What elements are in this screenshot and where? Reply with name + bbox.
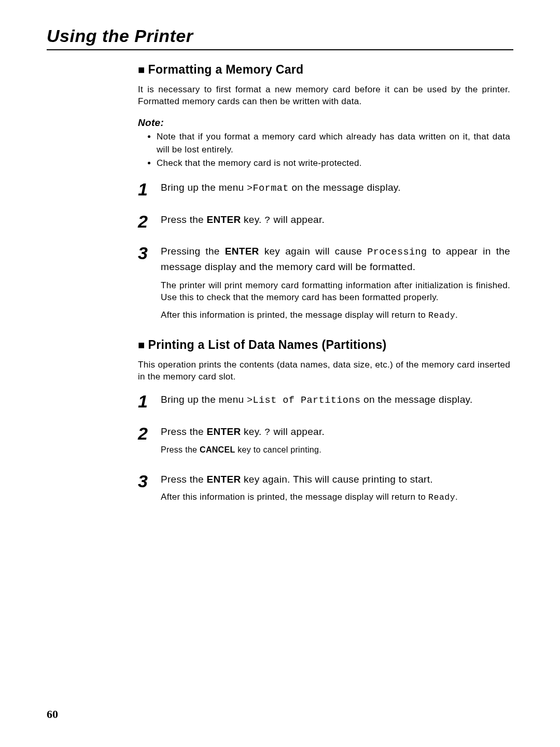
note-item: Check that the memory card is not write-… [157, 157, 510, 170]
step-row: 3 Pressing the ENTER key again will caus… [138, 244, 510, 327]
step-text: Press the ENTER key. ? will appear. [161, 425, 510, 440]
step-row: 1 Bring up the menu >Format on the messa… [138, 180, 510, 201]
step-subtext: After this information is printed, the m… [161, 309, 510, 321]
key-name: ENTER [207, 474, 241, 485]
step-subtext: After this information is printed, the m… [161, 491, 510, 503]
section-heading-text: Formatting a Memory Card [148, 63, 304, 76]
step-subtext: Press the CANCEL key to cancel printing. [161, 444, 510, 456]
step-subtext: The printer will print memory card forma… [161, 279, 510, 304]
menu-code: >List of Partitions [247, 395, 361, 406]
step-row: 1 Bring up the menu >List of Partitions … [138, 392, 510, 413]
display-code: Ready [428, 311, 455, 320]
display-code: Ready [428, 492, 455, 502]
section1-intro: It is necessary to first format a new me… [138, 84, 510, 108]
step-number: 3 [138, 244, 161, 327]
step-number: 2 [138, 213, 161, 233]
page-number: 60 [47, 708, 58, 721]
step-row: 2 Press the ENTER key. ? will appear. Pr… [138, 425, 510, 461]
step-row: 2 Press the ENTER key. ? will appear. [138, 213, 510, 233]
step-text: Bring up the menu >List of Partitions on… [161, 392, 510, 408]
key-name: ENTER [207, 426, 241, 437]
note-label: Note: [138, 117, 510, 129]
step-number: 2 [138, 425, 161, 461]
step-number: 3 [138, 472, 161, 509]
note-item: Note that if you format a memory card wh… [157, 131, 510, 156]
key-name: ENTER [225, 246, 259, 257]
square-bullet-icon: ■ [138, 339, 145, 351]
section2-intro: This operation prints the contents (data… [138, 359, 510, 383]
chapter-divider [47, 49, 513, 50]
step-text: Press the ENTER key. ? will appear. [161, 213, 510, 228]
menu-code: >Format [247, 183, 289, 194]
step-text: Bring up the menu >Format on the message… [161, 180, 510, 196]
section-heading-partitions: ■Printing a List of Data Names (Partitio… [138, 338, 510, 352]
section-heading-formatting: ■Formatting a Memory Card [138, 63, 510, 77]
step-row: 3 Press the ENTER key again. This will c… [138, 472, 510, 509]
display-code: ? [264, 427, 271, 438]
display-code: ? [264, 215, 271, 226]
step-number: 1 [138, 180, 161, 201]
step-text: Pressing the ENTER key again will cause … [161, 244, 510, 274]
square-bullet-icon: ■ [138, 63, 145, 76]
section-heading-text: Printing a List of Data Names (Partition… [148, 338, 387, 351]
note-list: Note that if you format a memory card wh… [138, 131, 510, 170]
key-name: ENTER [207, 214, 241, 225]
step-number: 1 [138, 392, 161, 413]
step-text: Press the ENTER key again. This will cau… [161, 472, 510, 487]
display-code: Processing [367, 247, 427, 258]
chapter-title: Using the Printer [47, 26, 513, 49]
key-name: CANCEL [200, 445, 235, 454]
